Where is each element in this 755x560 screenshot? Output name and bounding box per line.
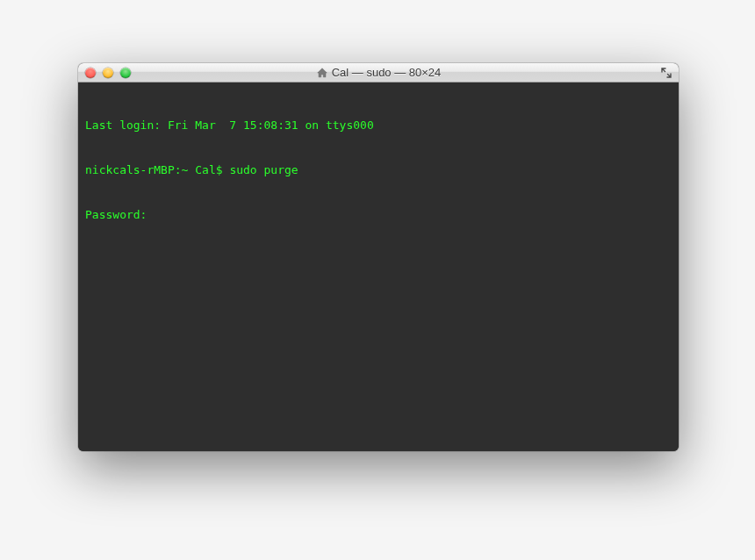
entered-command: sudo purge — [229, 163, 298, 176]
password-prompt: Password: — [85, 207, 672, 222]
prompt-line: nickcals-rMBP:~ Cal$ sudo purge — [85, 162, 672, 177]
terminal-window: Cal — sudo — 80×24 Last login: Fri Mar 7… — [78, 63, 679, 451]
fullscreen-button[interactable] — [659, 66, 673, 80]
terminal-content[interactable]: Last login: Fri Mar 7 15:08:31 on ttys00… — [78, 83, 679, 451]
window-title: Cal — sudo — 80×24 — [78, 66, 679, 79]
home-icon — [316, 67, 328, 79]
window-titlebar[interactable]: Cal — sudo — 80×24 — [78, 63, 679, 83]
zoom-button[interactable] — [120, 68, 131, 78]
close-button[interactable] — [85, 68, 96, 78]
last-login-line: Last login: Fri Mar 7 15:08:31 on ttys00… — [85, 118, 672, 133]
minimize-button[interactable] — [103, 68, 113, 78]
stage: Cal — sudo — 80×24 Last login: Fri Mar 7… — [0, 0, 755, 560]
traffic-lights — [78, 68, 131, 78]
fullscreen-icon — [661, 68, 672, 78]
window-title-text: Cal — sudo — 80×24 — [332, 66, 442, 79]
shell-prompt: nickcals-rMBP:~ Cal$ — [85, 163, 229, 176]
